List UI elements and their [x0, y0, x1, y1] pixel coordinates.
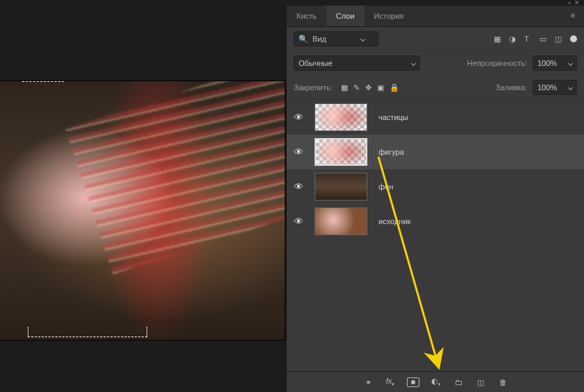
filter-type-icon[interactable]: T	[524, 35, 533, 43]
group-icon[interactable]: 🗀	[453, 378, 464, 386]
search-icon: 🔍	[299, 35, 308, 44]
fill-value: 100%	[537, 83, 557, 92]
layers-list: 👁 частицы 👁 фигура 👁 фон 👁 и	[287, 100, 584, 371]
chevron-down-icon	[360, 36, 365, 41]
layer-row[interactable]: 👁 фигура	[287, 135, 584, 169]
panel-tabs: Кисть Слои История ≡	[287, 6, 584, 27]
new-layer-icon[interactable]: ◫	[475, 378, 486, 387]
lock-all-icon[interactable]: 🔒	[390, 83, 399, 92]
tab-layers[interactable]: Слои	[326, 6, 365, 26]
visibility-toggle[interactable]: 👁	[287, 146, 310, 157]
lock-label: Закрепить:	[294, 83, 333, 92]
visibility-toggle[interactable]: 👁	[287, 181, 310, 192]
chevron-down-icon	[568, 60, 573, 65]
adjustment-icon[interactable]: ◐▾	[431, 377, 442, 387]
lock-pixels-icon[interactable]: ✎	[353, 83, 360, 92]
tab-brush[interactable]: Кисть	[287, 6, 326, 26]
layer-filter-select[interactable]: 🔍	[294, 31, 378, 46]
visibility-toggle[interactable]: 👁	[287, 216, 310, 227]
panel-drag-handle[interactable]: «✕	[287, 0, 584, 6]
link-icon[interactable]: ⚭	[362, 378, 374, 387]
trash-icon[interactable]: 🗑	[497, 378, 508, 386]
layer-name[interactable]: фигура	[378, 148, 404, 156]
blend-mode-value: Обычные	[299, 59, 333, 67]
filter-adjust-icon[interactable]: ◑	[509, 35, 517, 43]
opacity-value: 100%	[537, 59, 557, 67]
filter-smart-icon[interactable]: ◫	[555, 35, 563, 43]
opacity-label: Непрозрачность:	[467, 59, 527, 67]
layer-mask-icon[interactable]	[407, 377, 419, 387]
lock-transparency-icon[interactable]: ▩	[341, 83, 348, 92]
lock-artboard-icon[interactable]: ▣	[377, 83, 384, 92]
canvas-image	[0, 81, 285, 340]
tab-history[interactable]: История	[365, 6, 414, 26]
canvas[interactable]	[0, 81, 285, 340]
visibility-toggle[interactable]: 👁	[287, 112, 310, 123]
blend-mode-select[interactable]: Обычные	[294, 56, 420, 71]
fill-label: Заливка:	[496, 83, 527, 92]
layer-name[interactable]: фон	[378, 182, 393, 191]
layer-thumbnail[interactable]	[315, 207, 367, 235]
marching-ants	[22, 81, 64, 82]
fill-input[interactable]: 100%	[533, 80, 577, 95]
layer-thumbnail[interactable]	[315, 138, 367, 166]
panel-menu-icon[interactable]: ≡	[567, 11, 578, 19]
layers-bottom-toolbar: ⚭ fx▾ ◐▾ 🗀 ◫ 🗑	[287, 371, 584, 392]
chevron-down-icon	[568, 85, 573, 90]
layers-panel: «✕ Кисть Слои История ≡ 🔍 ▦ ◑ T ▭ ◫	[287, 0, 584, 392]
lock-position-icon[interactable]: ✥	[365, 83, 372, 92]
filter-input[interactable]	[311, 34, 356, 44]
layer-row[interactable]: 👁 частицы	[287, 100, 584, 135]
filter-toggle[interactable]	[570, 35, 577, 42]
layer-row[interactable]: 👁 фон	[287, 169, 584, 204]
opacity-input[interactable]: 100%	[533, 56, 577, 71]
layer-thumbnail[interactable]	[315, 103, 367, 131]
marching-ants	[28, 327, 147, 337]
chevron-down-icon	[411, 60, 416, 65]
layer-name[interactable]: частицы	[378, 113, 408, 121]
filter-shape-icon[interactable]: ▭	[540, 35, 548, 43]
fx-icon[interactable]: fx▾	[385, 377, 396, 387]
layer-row[interactable]: 👁 исходник	[287, 204, 584, 239]
layer-name[interactable]: исходник	[378, 217, 410, 225]
layer-thumbnail[interactable]	[315, 173, 367, 201]
filter-pixel-icon[interactable]: ▦	[494, 35, 502, 43]
